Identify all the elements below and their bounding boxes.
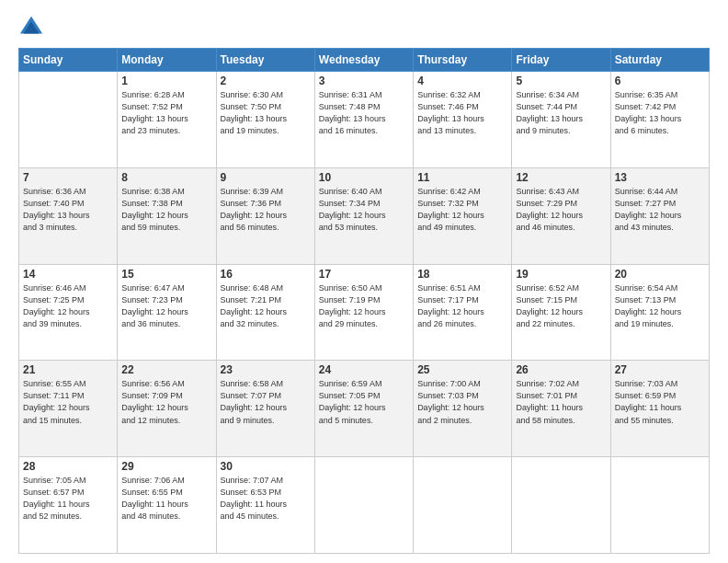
day-number: 16 [221,268,311,281]
day-info: Sunrise: 6:30 AM Sunset: 7:50 PM Dayligh… [221,89,311,137]
day-header-sunday: Sunday [19,49,118,72]
day-header-tuesday: Tuesday [216,49,314,72]
day-info: Sunrise: 6:56 AM Sunset: 7:09 PM Dayligh… [121,378,211,426]
calendar-week-row: 14Sunrise: 6:46 AM Sunset: 7:25 PM Dayli… [19,264,710,361]
calendar-cell: 12Sunrise: 6:43 AM Sunset: 7:29 PM Dayli… [512,167,610,264]
calendar-cell: 23Sunrise: 6:58 AM Sunset: 7:07 PM Dayli… [216,361,314,457]
calendar-cell: 18Sunrise: 6:51 AM Sunset: 7:17 PM Dayli… [414,264,512,361]
day-number: 9 [221,171,311,184]
day-info: Sunrise: 6:59 AM Sunset: 7:05 PM Dayligh… [319,378,409,426]
day-number: 8 [121,171,211,184]
day-number: 27 [615,363,705,376]
calendar-week-row: 1Sunrise: 6:28 AM Sunset: 7:52 PM Daylig… [19,72,710,168]
day-number: 24 [319,363,409,376]
day-header-friday: Friday [512,49,610,72]
day-number: 17 [319,268,409,281]
calendar-cell: 26Sunrise: 7:02 AM Sunset: 7:01 PM Dayli… [512,361,610,457]
day-number: 19 [516,268,606,281]
calendar-cell: 28Sunrise: 7:05 AM Sunset: 6:57 PM Dayli… [19,457,118,554]
calendar-cell: 14Sunrise: 6:46 AM Sunset: 7:25 PM Dayli… [19,264,118,361]
day-info: Sunrise: 6:54 AM Sunset: 7:13 PM Dayligh… [615,282,705,330]
day-info: Sunrise: 6:58 AM Sunset: 7:07 PM Dayligh… [221,378,311,426]
calendar-cell [610,457,709,554]
day-info: Sunrise: 7:07 AM Sunset: 6:53 PM Dayligh… [221,475,311,523]
calendar-cell: 17Sunrise: 6:50 AM Sunset: 7:19 PM Dayli… [314,264,413,361]
calendar-cell: 29Sunrise: 7:06 AM Sunset: 6:55 PM Dayli… [118,457,216,554]
calendar-table: SundayMondayTuesdayWednesdayThursdayFrid… [18,48,710,554]
calendar-cell: 9Sunrise: 6:39 AM Sunset: 7:36 PM Daylig… [216,167,314,264]
logo [18,15,48,40]
day-info: Sunrise: 6:38 AM Sunset: 7:38 PM Dayligh… [121,186,211,234]
calendar-week-row: 7Sunrise: 6:36 AM Sunset: 7:40 PM Daylig… [19,167,710,264]
day-number: 25 [417,363,507,376]
calendar-cell: 21Sunrise: 6:55 AM Sunset: 7:11 PM Dayli… [19,361,118,457]
day-info: Sunrise: 7:03 AM Sunset: 6:59 PM Dayligh… [615,378,705,426]
calendar-cell: 7Sunrise: 6:36 AM Sunset: 7:40 PM Daylig… [19,167,118,264]
day-info: Sunrise: 6:55 AM Sunset: 7:11 PM Dayligh… [23,378,113,426]
calendar-week-row: 21Sunrise: 6:55 AM Sunset: 7:11 PM Dayli… [19,361,710,457]
day-number: 23 [221,363,311,376]
day-number: 21 [23,363,113,376]
calendar-cell: 16Sunrise: 6:48 AM Sunset: 7:21 PM Dayli… [216,264,314,361]
day-number: 2 [221,75,311,87]
day-number: 6 [615,75,705,87]
day-info: Sunrise: 6:47 AM Sunset: 7:23 PM Dayligh… [121,282,211,330]
day-number: 30 [221,460,311,473]
calendar-week-row: 28Sunrise: 7:05 AM Sunset: 6:57 PM Dayli… [19,457,710,554]
day-info: Sunrise: 7:05 AM Sunset: 6:57 PM Dayligh… [23,475,113,523]
calendar-cell: 24Sunrise: 6:59 AM Sunset: 7:05 PM Dayli… [314,361,413,457]
day-number: 7 [23,171,113,184]
calendar-cell: 8Sunrise: 6:38 AM Sunset: 7:38 PM Daylig… [118,167,216,264]
day-info: Sunrise: 6:50 AM Sunset: 7:19 PM Dayligh… [319,282,409,330]
day-info: Sunrise: 7:02 AM Sunset: 7:01 PM Dayligh… [516,378,606,426]
day-number: 12 [516,171,606,184]
calendar-cell: 4Sunrise: 6:32 AM Sunset: 7:46 PM Daylig… [414,72,512,168]
day-info: Sunrise: 6:31 AM Sunset: 7:48 PM Dayligh… [319,89,409,137]
calendar-cell: 11Sunrise: 6:42 AM Sunset: 7:32 PM Dayli… [414,167,512,264]
calendar-cell: 19Sunrise: 6:52 AM Sunset: 7:15 PM Dayli… [512,264,610,361]
day-info: Sunrise: 6:35 AM Sunset: 7:42 PM Dayligh… [615,89,705,137]
day-number: 26 [516,363,606,376]
day-info: Sunrise: 6:44 AM Sunset: 7:27 PM Dayligh… [615,186,705,234]
header [18,15,710,40]
day-info: Sunrise: 6:32 AM Sunset: 7:46 PM Dayligh… [417,89,507,137]
day-number: 5 [516,75,606,87]
day-info: Sunrise: 6:42 AM Sunset: 7:32 PM Dayligh… [417,186,507,234]
calendar-cell: 30Sunrise: 7:07 AM Sunset: 6:53 PM Dayli… [216,457,314,554]
calendar-cell: 22Sunrise: 6:56 AM Sunset: 7:09 PM Dayli… [118,361,216,457]
day-info: Sunrise: 6:52 AM Sunset: 7:15 PM Dayligh… [516,282,606,330]
calendar-cell: 20Sunrise: 6:54 AM Sunset: 7:13 PM Dayli… [610,264,709,361]
day-info: Sunrise: 6:46 AM Sunset: 7:25 PM Dayligh… [23,282,113,330]
day-info: Sunrise: 6:36 AM Sunset: 7:40 PM Dayligh… [23,186,113,234]
calendar-cell: 25Sunrise: 7:00 AM Sunset: 7:03 PM Dayli… [414,361,512,457]
calendar-header-row: SundayMondayTuesdayWednesdayThursdayFrid… [19,49,710,72]
day-number: 18 [417,268,507,281]
calendar-cell: 13Sunrise: 6:44 AM Sunset: 7:27 PM Dayli… [610,167,709,264]
day-info: Sunrise: 6:34 AM Sunset: 7:44 PM Dayligh… [516,89,606,137]
day-info: Sunrise: 6:48 AM Sunset: 7:21 PM Dayligh… [221,282,311,330]
calendar-cell: 3Sunrise: 6:31 AM Sunset: 7:48 PM Daylig… [314,72,413,168]
calendar-cell [19,72,118,168]
day-number: 15 [121,268,211,281]
day-number: 10 [319,171,409,184]
calendar-cell [512,457,610,554]
day-header-saturday: Saturday [610,49,709,72]
day-header-monday: Monday [118,49,216,72]
day-info: Sunrise: 6:51 AM Sunset: 7:17 PM Dayligh… [417,282,507,330]
day-info: Sunrise: 7:06 AM Sunset: 6:55 PM Dayligh… [121,475,211,523]
day-number: 3 [319,75,409,87]
day-number: 13 [615,171,705,184]
calendar-cell [314,457,413,554]
day-number: 1 [121,75,211,87]
logo-icon [18,15,44,40]
day-header-thursday: Thursday [414,49,512,72]
day-number: 28 [23,460,113,473]
calendar-cell: 1Sunrise: 6:28 AM Sunset: 7:52 PM Daylig… [118,72,216,168]
day-info: Sunrise: 7:00 AM Sunset: 7:03 PM Dayligh… [417,378,507,426]
day-number: 20 [615,268,705,281]
page: SundayMondayTuesdayWednesdayThursdayFrid… [0,0,728,563]
day-info: Sunrise: 6:43 AM Sunset: 7:29 PM Dayligh… [516,186,606,234]
calendar-cell: 10Sunrise: 6:40 AM Sunset: 7:34 PM Dayli… [314,167,413,264]
day-number: 4 [417,75,507,87]
day-header-wednesday: Wednesday [314,49,413,72]
